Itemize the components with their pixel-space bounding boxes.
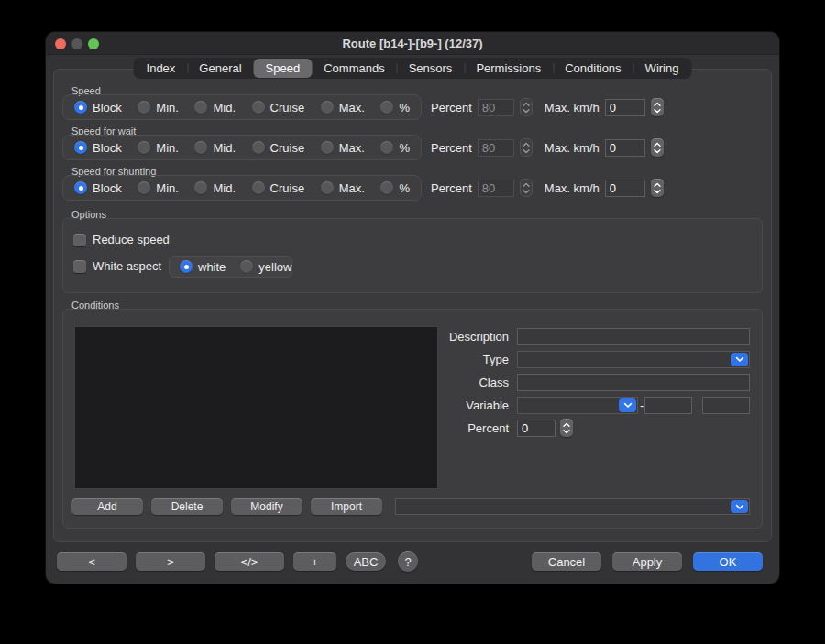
speed-radio-mid[interactable]: Mid.	[194, 101, 236, 115]
tab-conditions[interactable]: Conditions	[553, 59, 632, 78]
condition-percent-input[interactable]	[517, 420, 556, 437]
shunting-radio-max[interactable]: Max.	[321, 181, 365, 195]
tab-speed[interactable]: Speed	[254, 59, 313, 78]
tab-commands[interactable]: Commands	[312, 59, 396, 78]
class-label: Class	[478, 376, 509, 389]
radio-on-icon	[74, 101, 87, 114]
checkbox-unchecked-icon	[73, 260, 86, 273]
radio-on-icon	[74, 141, 87, 154]
ok-button[interactable]: OK	[693, 552, 763, 571]
next-route-button[interactable]: >	[136, 552, 205, 571]
max-kmh-label: Max. km/h	[544, 181, 600, 195]
stepper-up-down-icon[interactable]	[651, 179, 664, 197]
tab-sensors[interactable]: Sensors	[397, 59, 465, 78]
tab-general[interactable]: General	[187, 59, 253, 78]
shunting-radio-percent[interactable]: %	[380, 181, 410, 195]
help-button[interactable]: ?	[398, 551, 418, 572]
prev-route-button[interactable]: <	[57, 552, 126, 571]
aspect-radio-yellow[interactable]: yellow	[240, 260, 292, 274]
aspect-radio-white[interactable]: white	[180, 260, 226, 274]
variable-to-input[interactable]	[702, 397, 750, 414]
close-window-button[interactable]	[55, 38, 66, 49]
checkbox-unchecked-icon	[73, 234, 86, 246]
stepper-up-down-icon[interactable]	[520, 98, 533, 116]
wait-percent-input[interactable]	[478, 139, 514, 157]
speed-wait-radio-group: Block Min. Mid. Cruise Max. %	[62, 135, 422, 160]
max-kmh-label: Max. km/h	[544, 141, 600, 155]
tab-permissions[interactable]: Permissions	[464, 59, 553, 78]
options-group-box: Reduce speed White aspect white yellow	[62, 218, 763, 293]
apply-button[interactable]: Apply	[612, 552, 682, 571]
radio-off-icon	[194, 101, 207, 114]
chevron-down-icon[interactable]	[731, 353, 748, 366]
max-kmh-label: Max. km/h	[544, 101, 600, 115]
stepper-up-down-icon[interactable]	[651, 98, 664, 116]
percent-label: Percent	[431, 181, 472, 195]
stepper-up-down-icon[interactable]	[651, 138, 664, 157]
tab-bar: Index General Speed Commands Sensors Per…	[134, 58, 692, 79]
condition-percent-row: Percent	[63, 420, 509, 437]
minimize-window-button[interactable]	[72, 38, 82, 49]
shunting-percent-input[interactable]	[478, 180, 514, 197]
stepper-up-down-icon[interactable]	[560, 419, 573, 437]
chevron-down-icon[interactable]	[619, 398, 636, 412]
variable-label: Variable	[466, 398, 509, 412]
cancel-button[interactable]: Cancel	[532, 552, 601, 571]
stepper-up-down-icon[interactable]	[520, 138, 533, 157]
speed-radio-block[interactable]: Block	[74, 101, 122, 115]
code-view-button[interactable]: </>	[214, 552, 284, 571]
add-condition-button[interactable]: Add	[72, 498, 143, 515]
import-source-dropdown[interactable]	[395, 498, 750, 515]
wait-radio-cruise[interactable]: Cruise	[252, 141, 305, 155]
options-group-label: Options	[72, 209, 106, 220]
delete-condition-button[interactable]: Delete	[151, 498, 223, 515]
variable-dropdown[interactable]	[517, 397, 638, 414]
wait-radio-block[interactable]: Block	[74, 141, 122, 155]
description-row: Description	[63, 328, 509, 345]
radio-off-icon	[380, 181, 393, 194]
add-route-button[interactable]: +	[293, 552, 336, 571]
wait-radio-percent[interactable]: %	[380, 141, 410, 155]
shunting-radio-min[interactable]: Min.	[138, 181, 179, 195]
shunting-max-kmh-input[interactable]	[605, 180, 645, 197]
radio-off-icon	[252, 181, 265, 194]
abc-button[interactable]: ABC	[346, 552, 386, 571]
zoom-window-button[interactable]	[88, 38, 99, 49]
speed-max-kmh-input[interactable]	[605, 99, 645, 116]
speed-percent-input[interactable]	[478, 99, 514, 116]
speed-radio-min[interactable]: Min.	[138, 101, 179, 115]
reduce-speed-checkbox-row[interactable]: Reduce speed	[73, 233, 170, 246]
description-input[interactable]	[517, 328, 750, 345]
traffic-lights	[55, 32, 99, 55]
white-aspect-checkbox-row[interactable]: White aspect	[73, 259, 161, 273]
shunting-radio-cruise[interactable]: Cruise	[252, 181, 305, 195]
tab-index[interactable]: Index	[135, 59, 188, 78]
import-condition-button[interactable]: Import	[311, 498, 382, 515]
modify-condition-button[interactable]: Modify	[231, 498, 302, 515]
wait-radio-max[interactable]: Max.	[321, 141, 365, 155]
wait-max-kmh-input[interactable]	[605, 139, 645, 157]
type-dropdown[interactable]	[517, 351, 750, 368]
radio-off-icon	[252, 141, 265, 154]
class-row: Class	[63, 374, 509, 391]
tab-wiring[interactable]: Wiring	[633, 59, 691, 78]
shunting-radio-mid[interactable]: Mid.	[194, 181, 236, 195]
speed-radio-cruise[interactable]: Cruise	[252, 101, 305, 115]
variable-from-input[interactable]	[644, 397, 692, 414]
radio-off-icon	[138, 101, 150, 114]
stepper-up-down-icon[interactable]	[520, 179, 533, 197]
speed-shunting-radio-group: Block Min. Mid. Cruise Max. %	[62, 175, 422, 201]
wait-radio-min[interactable]: Min.	[138, 141, 179, 155]
chevron-down-icon[interactable]	[731, 500, 748, 513]
shunting-radio-block[interactable]: Block	[74, 181, 122, 195]
radio-off-icon	[321, 181, 334, 194]
class-input[interactable]	[517, 374, 750, 391]
wait-radio-mid[interactable]: Mid.	[194, 141, 236, 155]
radio-off-icon	[380, 141, 393, 154]
radio-on-icon	[74, 181, 87, 194]
speed-radio-max[interactable]: Max.	[321, 101, 365, 115]
speed-radio-percent[interactable]: %	[380, 101, 410, 115]
radio-on-icon	[180, 260, 192, 273]
conditions-group-label: Conditions	[72, 300, 119, 311]
radio-off-icon	[138, 181, 150, 194]
